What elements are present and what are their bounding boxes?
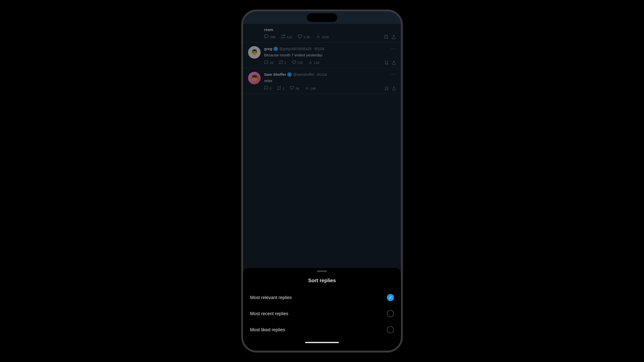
- screen: ream 256: [243, 11, 401, 351]
- phone-frame: ream 256: [242, 10, 403, 352]
- sheet-handle: [317, 271, 327, 272]
- radio-button-most-relevant[interactable]: ✓: [387, 294, 394, 301]
- sort-option-most-relevant[interactable]: Most relevant replies ✓: [243, 289, 401, 306]
- phone-wrapper: ream 256: [239, 7, 405, 355]
- sort-option-most-liked[interactable]: Most liked replies: [243, 322, 401, 338]
- dynamic-island: [307, 13, 337, 22]
- sheet-title: Sort replies: [243, 278, 401, 283]
- sort-option-label-most-relevant: Most relevant replies: [250, 295, 292, 300]
- sort-option-label-most-recent: Most recent replies: [250, 311, 288, 316]
- radio-check-icon: ✓: [389, 296, 392, 300]
- radio-button-most-liked[interactable]: [387, 326, 394, 333]
- status-bar: [243, 11, 401, 24]
- sort-replies-sheet: Sort replies Most relevant replies ✓ Mos…: [243, 267, 401, 351]
- radio-button-most-recent[interactable]: [387, 310, 394, 317]
- bottom-sheet-overlay: Sort replies Most relevant replies ✓ Mos…: [243, 11, 401, 351]
- sort-option-label-most-liked: Most liked replies: [250, 327, 285, 333]
- home-indicator: [305, 342, 339, 343]
- sort-option-most-recent[interactable]: Most recent replies: [243, 306, 401, 322]
